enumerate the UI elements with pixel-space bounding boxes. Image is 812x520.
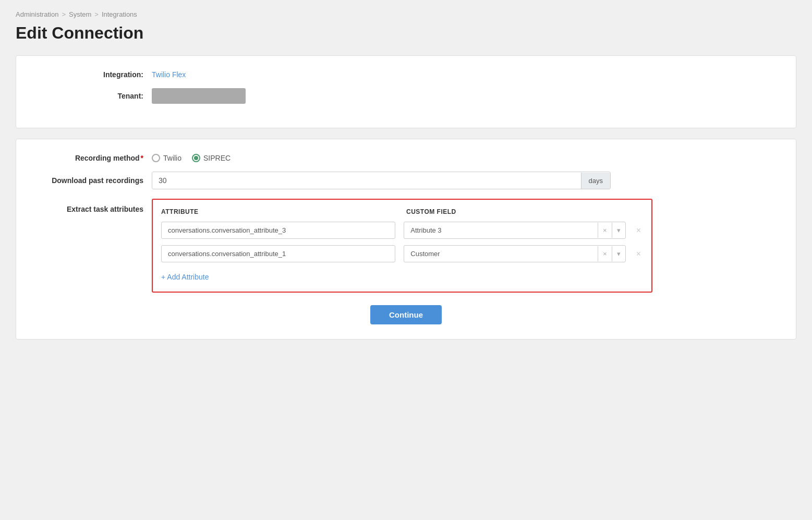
breadcrumb-integrations: Integrations xyxy=(102,10,137,18)
custom-field-select-2: Customer × ▾ xyxy=(404,245,625,262)
chevron-down-icon: ▾ xyxy=(617,226,621,234)
breadcrumb-sep-1: > xyxy=(62,10,66,18)
clear-custom-field-1[interactable]: × xyxy=(598,223,612,238)
tenant-label: Tenant: xyxy=(37,92,152,100)
table-row: Attribute 3 × ▾ × xyxy=(161,222,643,239)
delete-icon: × xyxy=(636,249,641,258)
radio-group: Twilio SIPREC xyxy=(152,154,231,162)
col-header-attribute: ATTRIBUTE xyxy=(161,208,398,215)
dropdown-custom-field-1[interactable]: ▾ xyxy=(612,223,625,238)
custom-field-select-1: Attribute 3 × ▾ xyxy=(404,222,625,239)
attributes-table: ATTRIBUTE CUSTOM FIELD Attribute 3 × ▾ xyxy=(152,199,652,293)
radio-option-siprec[interactable]: SIPREC xyxy=(192,154,231,162)
download-input-group: days xyxy=(152,172,611,189)
integration-value: Twilio Flex xyxy=(152,70,186,79)
col-header-custom-field: CUSTOM FIELD xyxy=(406,208,643,215)
clear-icon: × xyxy=(603,250,607,258)
table-header: ATTRIBUTE CUSTOM FIELD xyxy=(161,208,643,215)
clear-icon: × xyxy=(603,226,607,234)
custom-field-value-2: Customer xyxy=(404,246,598,262)
table-row: Customer × ▾ × xyxy=(161,245,643,262)
page-title: Edit Connection xyxy=(16,23,796,43)
breadcrumb-system: System xyxy=(69,10,91,18)
download-label: Download past recordings xyxy=(37,176,152,185)
download-input[interactable] xyxy=(152,172,581,189)
extract-label: Extract task attributes xyxy=(37,199,152,213)
dropdown-custom-field-2[interactable]: ▾ xyxy=(612,246,625,261)
tenant-value-box xyxy=(152,88,246,104)
page-wrapper: Administration > System > Integrations E… xyxy=(0,0,812,520)
extract-section: Extract task attributes ATTRIBUTE CUSTOM… xyxy=(37,199,775,293)
download-suffix: days xyxy=(581,173,610,189)
required-indicator: * xyxy=(141,154,143,162)
delete-row-1[interactable]: × xyxy=(634,224,643,237)
radio-circle-twilio xyxy=(152,154,160,162)
integration-info-card: Integration: Twilio Flex Tenant: xyxy=(16,55,796,128)
delete-row-2[interactable]: × xyxy=(634,247,643,261)
chevron-down-icon: ▾ xyxy=(617,250,621,258)
settings-card: Recording method* Twilio SIPREC Download… xyxy=(16,139,796,340)
download-row: Download past recordings days xyxy=(37,172,775,189)
custom-field-value-1: Attribute 3 xyxy=(404,222,598,238)
add-attribute-button[interactable]: + Add Attribute xyxy=(161,271,209,283)
radio-label-twilio: Twilio xyxy=(163,154,181,162)
integration-row: Integration: Twilio Flex xyxy=(37,70,775,79)
tenant-row: Tenant: xyxy=(37,88,775,104)
attribute-input-2[interactable] xyxy=(161,245,395,262)
recording-method-label: Recording method* xyxy=(37,154,152,162)
integration-label: Integration: xyxy=(37,70,152,79)
radio-label-siprec: SIPREC xyxy=(203,154,231,162)
delete-icon: × xyxy=(636,226,641,235)
breadcrumb-sep-2: > xyxy=(94,10,99,18)
breadcrumb-administration: Administration xyxy=(16,10,58,18)
continue-button[interactable]: Continue xyxy=(370,305,442,324)
recording-method-row: Recording method* Twilio SIPREC xyxy=(37,154,775,162)
continue-row: Continue xyxy=(37,305,775,324)
breadcrumb: Administration > System > Integrations xyxy=(16,10,796,18)
radio-circle-siprec xyxy=(192,154,200,162)
clear-custom-field-2[interactable]: × xyxy=(598,246,612,261)
attribute-input-1[interactable] xyxy=(161,222,395,239)
radio-option-twilio[interactable]: Twilio xyxy=(152,154,181,162)
